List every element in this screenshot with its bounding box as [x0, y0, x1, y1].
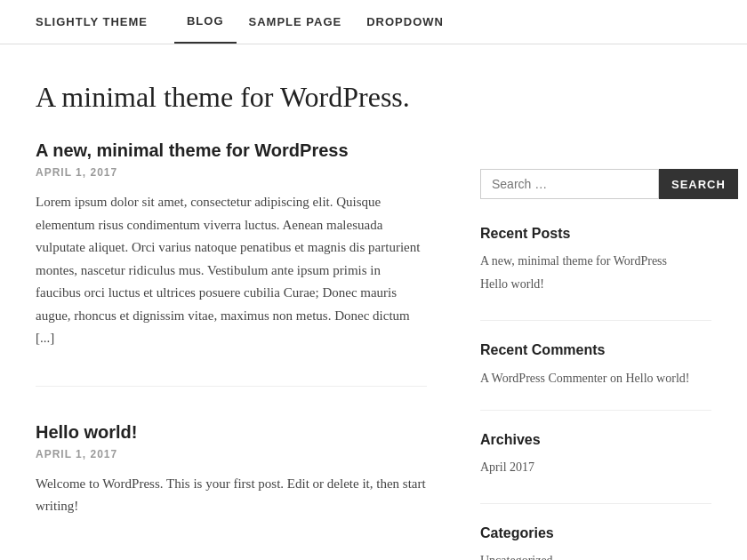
list-item: A new, minimal theme for WordPress: [480, 252, 711, 268]
comment-post-link[interactable]: Hello world!: [626, 372, 690, 385]
nav-item-blog: Blog: [174, 0, 237, 44]
post-title-link[interactable]: A new, minimal theme for WordPress: [36, 140, 349, 160]
main-content: A minimal theme for WordPress. A new, mi…: [36, 44, 480, 560]
archive-link[interactable]: April 2017: [480, 460, 534, 474]
commenter-link[interactable]: A WordPress Commenter: [480, 372, 607, 385]
widget-categories: Categories Uncategorized: [480, 525, 711, 560]
post-title: A new, minimal theme for WordPress: [36, 140, 427, 161]
list-item: Uncategorized: [480, 552, 711, 560]
nav-links: Blog Sample Page Dropdown: [174, 0, 456, 44]
search-input[interactable]: [480, 169, 659, 199]
search-widget: Search: [480, 169, 711, 199]
nav-brand[interactable]: Slightly Theme: [36, 15, 148, 28]
site-title: A minimal theme for WordPress.: [36, 80, 427, 114]
nav-link-dropdown[interactable]: Dropdown: [354, 1, 456, 43]
post-excerpt: Lorem ipsum dolor sit amet, consectetur …: [36, 191, 427, 350]
nav-link-sample-page[interactable]: Sample Page: [237, 1, 355, 43]
category-link[interactable]: Uncategorized: [480, 554, 553, 560]
post-item: Hello world! April 1, 2017 Welcome to Wo…: [36, 422, 427, 554]
search-button[interactable]: Search: [659, 169, 738, 199]
main-nav: Slightly Theme Blog Sample Page Dropdown: [0, 0, 747, 44]
widget-title-recent-posts: Recent Posts: [480, 226, 711, 242]
post-date: April 1, 2017: [36, 448, 427, 460]
nav-item-dropdown: Dropdown: [354, 1, 456, 43]
widget-recent-posts: Recent Posts A new, minimal theme for Wo…: [480, 226, 711, 321]
post-date: April 1, 2017: [36, 166, 427, 179]
widget-title-archives: Archives: [480, 432, 711, 448]
recent-comment-text: A WordPress Commenter on Hello world!: [480, 369, 711, 388]
nav-link-blog[interactable]: Blog: [174, 0, 237, 44]
list-item: Hello world!: [480, 276, 711, 292]
post-excerpt: Welcome to WordPress. This is your first…: [36, 473, 427, 518]
recent-post-link[interactable]: Hello world!: [480, 277, 544, 291]
sidebar: Search Recent Posts A new, minimal theme…: [480, 44, 711, 560]
widget-recent-comments: Recent Comments A WordPress Commenter on…: [480, 342, 711, 411]
recent-posts-list: A new, minimal theme for WordPress Hello…: [480, 252, 711, 292]
widget-title-recent-comments: Recent Comments: [480, 342, 711, 358]
list-item: April 2017: [480, 459, 711, 475]
page-container: A minimal theme for WordPress. A new, mi…: [0, 44, 747, 560]
nav-item-sample-page: Sample Page: [237, 1, 355, 43]
post-title-link[interactable]: Hello world!: [36, 422, 137, 442]
archives-list: April 2017: [480, 459, 711, 475]
recent-post-link[interactable]: A new, minimal theme for WordPress: [480, 254, 667, 268]
categories-list: Uncategorized: [480, 552, 711, 560]
widget-title-categories: Categories: [480, 525, 711, 541]
post-title: Hello world!: [36, 422, 427, 443]
widget-archives: Archives April 2017: [480, 432, 711, 504]
post-item: A new, minimal theme for WordPress April…: [36, 140, 427, 387]
